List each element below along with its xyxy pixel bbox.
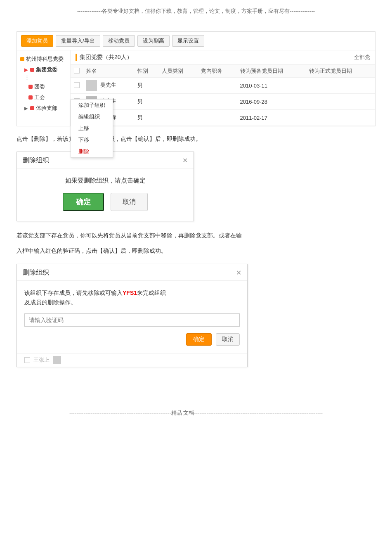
official-date-3 <box>306 110 375 126</box>
person-type-3 <box>158 110 198 126</box>
official-date-2 <box>306 94 375 110</box>
panel-header-left: 集团党委（共20人） <box>76 54 132 61</box>
dialog2-actions: 确定 取消 <box>24 333 240 347</box>
display-settings-button[interactable]: 显示设置 <box>172 35 204 47</box>
dialog2-close-icon[interactable]: ✕ <box>236 269 241 277</box>
toolbar: 添加党员 批量导入/导出 移动党员 设为副高 显示设置 <box>17 32 375 50</box>
dialog2-title: 删除组织 <box>23 268 49 277</box>
sidebar-item-gonghui[interactable]: 工会 <box>17 92 70 103</box>
name-text-1: 吴先生 <box>100 82 116 88</box>
th-name: 姓名 <box>83 65 134 78</box>
gender-2: 男 <box>134 94 158 110</box>
gender-1: 男 <box>134 78 158 94</box>
sidebar-item-tuanwei[interactable]: 团委 <box>17 81 70 92</box>
gender-3: 男 <box>134 110 158 126</box>
dialog1-container: 删除组织 ✕ 如果要删除组织，请点击确定 确定 取消 <box>17 152 375 221</box>
row-checkbox-1[interactable] <box>71 78 83 94</box>
dialog2-cancel-button[interactable]: 取消 <box>216 333 240 346</box>
verify-code-input[interactable] <box>24 313 240 327</box>
dialog2: 删除组织 ✕ 该组织下存在成员，请先移除或可输入YFS1来完成组织 及成员的删除… <box>17 264 248 368</box>
sidebar: 杭州博科思党委 ▶ 集团党委 ⋮ 团委 <box>17 50 71 126</box>
top-banner-text: --------------各类专业好文档，值得你下载，教育，管理，论文，制度，… <box>77 8 315 14</box>
dialog1: 删除组织 ✕ 如果要删除组织，请点击确定 确定 取消 <box>17 152 194 221</box>
dialog2-truncated-row: 王张上 <box>17 353 247 367</box>
dialog2-msg-line2: 及成员的删除操作。 <box>24 299 76 306</box>
batch-import-export-button[interactable]: 批量导入/导出 <box>56 35 100 47</box>
reserve-date-3: 2011-02-17 <box>237 110 306 126</box>
bottom-banner: ----------------------------------------… <box>0 409 392 424</box>
panel-header-right: 全部党 <box>354 54 370 61</box>
dialog2-code: YFS1 <box>123 289 137 296</box>
dialog2-container: 删除组织 ✕ 该组织下存在成员，请先移除或可输入YFS1来完成组织 及成员的删除… <box>17 264 375 368</box>
dialog2-confirm-button[interactable]: 确定 <box>186 333 212 346</box>
top-banner: --------------各类专业好文档，值得你下载，教育，管理，论文，制度，… <box>0 0 392 21</box>
context-menu-trigger[interactable]: ⋮ <box>24 74 30 81</box>
truncated-avatar <box>53 356 61 364</box>
management-box: 添加党员 批量导入/导出 移动党员 设为副高 显示设置 杭州博科思党委 ▶ <box>17 31 375 126</box>
members-table: 姓名 性别 人员类别 党内职务 转为预备党员日期 转为正式党员日期 <box>71 65 375 126</box>
sidebar-item-jituan[interactable]: ▶ 集团党委 <box>17 64 70 75</box>
sidebar-item-tiyan[interactable]: ▶ 体验支部 <box>17 103 70 114</box>
truncated-label: 王张上 <box>33 356 50 364</box>
dot-icon-red1 <box>30 68 34 72</box>
table-row: 吴先生 男 2010-03-11 <box>71 78 375 94</box>
party-role-2 <box>198 94 237 110</box>
row-name-1: 吴先生 <box>83 78 134 94</box>
dot-icon-orange <box>20 57 24 61</box>
sidebar-item-hangzhou[interactable]: 杭州博科思党委 <box>17 54 70 64</box>
dot-icon-red4 <box>30 106 34 110</box>
dialog2-msg-part2: 来完成组织 <box>137 289 166 296</box>
th-gender: 性别 <box>134 65 158 78</box>
party-role-1 <box>198 78 237 94</box>
header-checkbox[interactable] <box>74 68 80 74</box>
th-checkbox <box>71 65 83 78</box>
dot-icon-red3 <box>28 95 33 100</box>
dialog2-body: 该组织下存在成员，请先移除或可输入YFS1来完成组织 及成员的删除操作。 确定 … <box>17 281 247 353</box>
context-menu-delete[interactable]: 删除 <box>71 146 113 157</box>
dialog1-actions: 确定 取消 <box>25 193 185 211</box>
set-admin-button[interactable]: 设为副高 <box>137 35 170 47</box>
context-menu-move-up[interactable]: 上移 <box>71 123 113 134</box>
mgmt-wrapper: 杭州博科思党委 ▶ 集团党委 ⋮ 团委 <box>17 50 375 126</box>
dot-icon-red2 <box>28 85 33 89</box>
th-reserve-date: 转为预备党员日期 <box>237 65 306 78</box>
reserve-date-1: 2010-03-11 <box>237 78 306 94</box>
truncated-checkbox[interactable] <box>24 357 30 363</box>
panel-title: 集团党委（共20人） <box>80 54 132 61</box>
dialog1-message: 如果要删除组织，请点击确定 <box>25 177 185 185</box>
context-menu-edit[interactable]: 编辑组织 <box>71 111 113 123</box>
context-menu: 添加子组织 编辑组织 上移 下移 删除 <box>71 99 113 158</box>
panel-accent-bar <box>76 54 77 61</box>
dialog1-body: 如果要删除组织，请点击确定 确定 取消 <box>17 168 194 221</box>
th-party-role: 党内职务 <box>198 65 237 78</box>
person-type-2 <box>158 94 198 110</box>
panel-header: 集团党委（共20人） 全部党 <box>71 50 375 65</box>
add-member-button[interactable]: 添加党员 <box>21 35 53 47</box>
table-row: 马志锋 男 2011-02-17 <box>71 110 375 126</box>
party-role-3 <box>198 110 237 126</box>
dialog1-close-icon[interactable]: ✕ <box>182 157 188 164</box>
avatar-1 <box>86 80 97 91</box>
context-menu-move-down[interactable]: 下移 <box>71 134 113 146</box>
dialog1-confirm-button[interactable]: 确定 <box>63 193 104 211</box>
dialog2-message: 该组织下存在成员，请先移除或可输入YFS1来完成组织 及成员的删除操作。 <box>24 288 240 308</box>
dialog1-cancel-button[interactable]: 取消 <box>111 193 148 211</box>
dialog2-title-bar: 删除组织 ✕ <box>17 264 247 281</box>
mgmt-body: 杭州博科思党委 ▶ 集团党委 ⋮ 团委 <box>17 50 375 126</box>
main-panel: 集团党委（共20人） 全部党 姓名 <box>71 50 375 126</box>
table-area: 姓名 性别 人员类别 党内职务 转为预备党员日期 转为正式党员日期 <box>71 65 375 126</box>
sidebar-label-tiyan: 体验支部 <box>36 104 57 112</box>
instruction-2-line2: 入框中输入红色的验证码，点击【确认】后，即删除成功。 <box>17 246 375 256</box>
context-menu-add-child[interactable]: 添加子组织 <box>71 100 113 111</box>
sidebar-label-tuanwei: 团委 <box>34 83 45 90</box>
sidebar-label-jituan: 集团党委 <box>36 66 57 74</box>
instruction-2-line1: 若该党支部下存在党员，你可以先将党员从当前党支部中移除，再删除党支部。或者在输 <box>17 230 375 241</box>
sidebar-label-hangzhou: 杭州博科思党委 <box>26 55 64 63</box>
th-official-date: 转为正式党员日期 <box>306 65 375 78</box>
dialog2-msg-part1: 该组织下存在成员，请先移除或可输入 <box>24 289 123 296</box>
move-member-button[interactable]: 移动党员 <box>103 35 135 47</box>
official-date-1 <box>306 78 375 94</box>
sidebar-label-gonghui: 工会 <box>34 94 45 101</box>
th-person-type: 人员类别 <box>158 65 198 78</box>
reserve-date-2: 2016-09-28 <box>237 94 306 110</box>
